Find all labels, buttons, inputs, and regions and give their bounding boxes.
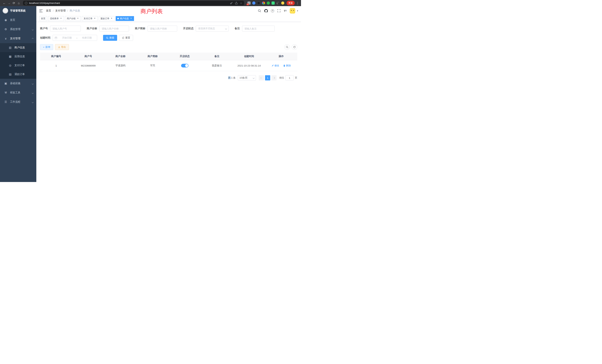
hamburger-icon[interactable] <box>39 10 43 12</box>
help-icon[interactable]: ? <box>271 9 274 12</box>
sidebar: 芋道管理系统 ◉ 首页 ⚙ 系统管理 ¥ 支付管理 ▥ 商户信息 ▦ 应用信息 <box>0 6 36 182</box>
main-area: 商户列表 首页 / 支付管理 / 商户信息 <box>36 6 301 182</box>
table-row: 1 M233666999 芋道源码 芋艿 我是备注 2021-10-23 08:… <box>40 60 297 71</box>
extension-icon[interactable] <box>281 1 284 5</box>
export-button[interactable]: 导出 <box>55 44 69 50</box>
extension-icon[interactable] <box>262 1 265 5</box>
page-size-select[interactable]: 10条/页 <box>238 75 256 80</box>
document-icon: ▤ <box>8 73 12 76</box>
tab-pay-order[interactable]: 支付订单 × <box>82 16 98 21</box>
extension-icon[interactable] <box>276 1 280 5</box>
avatar-caret-icon[interactable]: ▾ <box>297 10 298 12</box>
search-form-row-2: 创建时间 开始日期 - 结束日期 搜索 <box>40 35 297 41</box>
breadcrumb-home[interactable]: 首页 <box>46 9 51 12</box>
extensions-puzzle-icon[interactable]: 10 <box>247 1 251 5</box>
chevron-left-icon <box>260 77 262 79</box>
add-button[interactable]: + 新增 <box>40 44 53 50</box>
github-icon[interactable] <box>264 9 268 13</box>
chevron-right-icon <box>273 77 275 79</box>
short-name-label: 商户简称 <box>135 27 145 30</box>
cell-merchant-index: 1 <box>40 60 72 71</box>
forward-button[interactable]: → <box>7 0 11 6</box>
share-icon[interactable] <box>235 2 238 4</box>
chevron-down-icon <box>32 28 33 31</box>
tab-home[interactable]: 首页 <box>39 16 47 21</box>
sidebar-item-home[interactable]: ◉ 首页 <box>0 15 36 25</box>
merchant-no-input[interactable] <box>50 26 81 32</box>
sidebar-logo[interactable]: 芋道管理系统 <box>0 6 36 15</box>
toggle-search-button[interactable] <box>284 44 290 50</box>
short-name-input[interactable] <box>148 26 177 32</box>
next-page-button[interactable] <box>271 75 277 80</box>
home-button[interactable]: ⌂ <box>16 0 21 6</box>
user-avatar[interactable] <box>290 8 295 13</box>
sidebar-item-merchant-info[interactable]: ▥ 商户信息 <box>0 43 36 52</box>
reset-button[interactable]: 重置 <box>119 35 133 41</box>
back-button[interactable]: ← <box>2 0 7 6</box>
tab-refund-order[interactable]: 退款订单 × <box>99 16 115 21</box>
url-text[interactable]: localhost:1024/pay/merchant <box>29 2 230 4</box>
chevron-down-icon <box>32 82 33 85</box>
page-number-1[interactable]: 1 <box>265 75 270 80</box>
remark-input[interactable] <box>242 26 275 32</box>
cell-short-name: 芋艿 <box>137 60 169 71</box>
breadcrumb-payment[interactable]: 支付管理 <box>55 9 66 12</box>
refresh-icon <box>122 37 124 39</box>
header-search-icon[interactable] <box>258 9 261 12</box>
reload-button[interactable]: ⟳ <box>11 0 16 6</box>
close-icon[interactable]: × <box>110 17 113 20</box>
fullscreen-icon[interactable] <box>277 9 281 12</box>
sidebar-item-workflow[interactable]: ☰ 工作流程 <box>0 97 36 107</box>
status-select[interactable]: 请选择开启状态 <box>196 26 229 32</box>
close-icon[interactable]: × <box>76 17 79 20</box>
sidebar-item-infrastructure[interactable]: ▣ 基础设施 <box>0 79 36 88</box>
edit-link[interactable]: 修改 <box>271 64 279 67</box>
tab-merchant-info[interactable]: 商户信息 × <box>116 16 134 21</box>
cell-remark: 我是备注 <box>201 60 233 71</box>
tab-process-form[interactable]: 流程表单 × <box>48 16 64 21</box>
browser-update-button[interactable]: 更新 <box>287 1 295 5</box>
merchant-no-label: 商户号 <box>40 27 48 30</box>
search-button[interactable]: 搜索 <box>103 35 117 41</box>
browser-menu-icon[interactable]: ⋮ <box>296 1 299 5</box>
close-icon[interactable]: × <box>93 17 96 20</box>
extension-icon[interactable] <box>271 1 275 5</box>
close-icon[interactable]: × <box>60 17 62 20</box>
tab-user-group[interactable]: 用户分组 × <box>65 16 81 21</box>
chevron-down-icon <box>253 77 255 79</box>
full-name-input[interactable] <box>99 26 129 32</box>
prev-page-button[interactable] <box>259 75 264 80</box>
extension-icon[interactable] <box>252 1 255 5</box>
search-icon <box>106 37 108 39</box>
sidebar-item-refund-order[interactable]: ▤ 退款订单 <box>0 70 36 79</box>
url-bar[interactable]: i localhost:1024/pay/merchant ☆ <box>23 1 244 5</box>
sidebar-item-payment[interactable]: ¥ 支付管理 <box>0 34 36 43</box>
site-info-icon[interactable]: i <box>25 2 27 4</box>
refresh-table-button[interactable] <box>292 44 297 50</box>
extension-icon[interactable] <box>257 1 260 5</box>
remark-label: 备注 <box>235 27 240 30</box>
page-content: 商户号 商户全称 商户简称 <box>36 22 301 182</box>
sidebar-item-pay-order[interactable]: ◎ 支付订单 <box>0 61 36 70</box>
extension-icon[interactable] <box>267 1 270 5</box>
date-start-placeholder: 开始日期 <box>59 36 75 40</box>
password-key-icon[interactable] <box>230 2 233 4</box>
goto-page-input[interactable] <box>285 75 294 80</box>
dashboard-icon: ◉ <box>4 18 8 22</box>
create-time-range-picker[interactable]: 开始日期 - 结束日期 <box>53 35 97 41</box>
download-icon <box>58 46 60 48</box>
cell-create-time: 2021-10-23 08:31:14 <box>233 60 265 71</box>
sidebar-item-app-info[interactable]: ▦ 应用信息 <box>0 52 36 61</box>
app-title: 芋道管理系统 <box>10 9 26 12</box>
sidebar-item-dev-tools[interactable]: ⚒ 研发工具 <box>0 88 36 97</box>
full-name-label: 商户全称 <box>87 27 97 30</box>
bookmark-star-icon[interactable]: ☆ <box>240 2 242 5</box>
app-frame: 芋道管理系统 ◉ 首页 ⚙ 系统管理 ¥ 支付管理 ▥ 商户信息 ▦ 应用信息 <box>0 6 301 182</box>
font-size-icon[interactable]: TT <box>284 9 287 12</box>
delete-link[interactable]: 删除 <box>283 64 291 67</box>
close-icon[interactable]: × <box>130 17 132 20</box>
trash-icon <box>283 64 285 67</box>
status-toggle[interactable] <box>181 64 189 67</box>
logo-avatar <box>3 8 8 13</box>
sidebar-item-system[interactable]: ⚙ 系统管理 <box>0 25 36 34</box>
